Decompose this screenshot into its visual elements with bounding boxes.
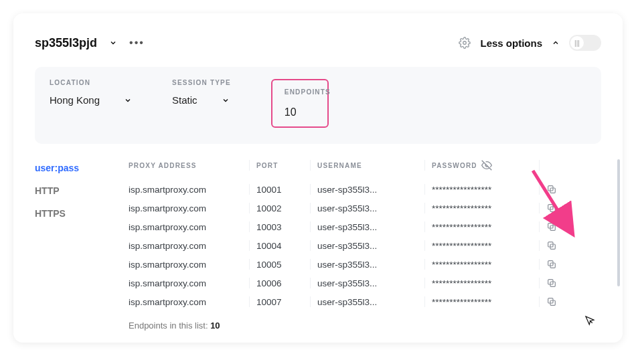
- cell-port: 10007: [256, 297, 310, 307]
- cell-port: 10001: [256, 185, 310, 195]
- col-password: PASSWORD: [432, 160, 539, 171]
- location-select[interactable]: Hong Kong: [50, 94, 132, 106]
- cell-username: user-sp355l3...: [317, 185, 424, 195]
- tab-userpass[interactable]: user:pass: [35, 163, 129, 173]
- toggle-options-label[interactable]: Less options: [480, 37, 542, 49]
- cell-proxy-address: isp.smartproxy.com: [129, 278, 249, 288]
- profile-chevron[interactable]: [109, 39, 117, 47]
- cell-username: user-sp355l3...: [317, 278, 424, 288]
- tab-https[interactable]: HTTPS: [35, 208, 129, 219]
- copy-icon[interactable]: [546, 259, 573, 270]
- cell-password: *****************: [432, 278, 539, 288]
- table-row: isp.smartproxy.com10004user-sp355l3...**…: [129, 236, 601, 255]
- cell-port: 10005: [256, 260, 310, 270]
- table-row: isp.smartproxy.com10002user-sp355l3...**…: [129, 199, 601, 217]
- cell-password: *****************: [432, 203, 539, 213]
- chevron-down-icon: [222, 96, 230, 104]
- cell-username: user-sp355l3...: [317, 222, 424, 232]
- copy-icon[interactable]: [546, 203, 573, 213]
- session-label: SESSION TYPE: [172, 79, 231, 86]
- cell-username: user-sp355l3...: [317, 241, 424, 251]
- toggle-knob: |||: [570, 36, 584, 50]
- toggle-switch[interactable]: |||: [569, 35, 601, 51]
- session-select[interactable]: Static: [172, 94, 231, 106]
- gear-icon[interactable]: [459, 37, 471, 49]
- table-row: isp.smartproxy.com10006user-sp355l3...**…: [129, 274, 601, 292]
- less-options-chevron[interactable]: [552, 39, 560, 47]
- cell-password: *****************: [432, 297, 539, 307]
- endpoints-count-note: Endpoints in this list: 10: [129, 321, 601, 331]
- cell-port: 10002: [256, 203, 310, 213]
- profile-name: sp355l3pjd: [35, 36, 97, 50]
- endpoints-label: ENDPOINTS: [285, 88, 315, 96]
- table-row: isp.smartproxy.com10007user-sp355l3...**…: [129, 292, 601, 311]
- location-label: LOCATION: [50, 79, 132, 86]
- table-row: isp.smartproxy.com10005user-sp355l3...**…: [129, 255, 601, 274]
- cell-username: user-sp355l3...: [317, 297, 424, 307]
- location-value: Hong Kong: [50, 94, 100, 106]
- cell-port: 10004: [256, 241, 310, 251]
- cell-proxy-address: isp.smartproxy.com: [129, 241, 249, 251]
- tab-http[interactable]: HTTP: [35, 185, 129, 196]
- cell-port: 10003: [256, 222, 310, 232]
- cursor-icon: [584, 314, 596, 327]
- cell-password: *****************: [432, 222, 539, 232]
- eye-off-icon[interactable]: [481, 160, 492, 171]
- col-username: USERNAME: [317, 162, 424, 169]
- chevron-down-icon: [124, 96, 132, 104]
- cell-password: *****************: [432, 260, 539, 270]
- more-menu[interactable]: •••: [129, 37, 145, 49]
- filter-bar: LOCATION Hong Kong SESSION TYPE Static E…: [35, 67, 601, 144]
- svg-point-0: [463, 41, 467, 45]
- cell-proxy-address: isp.smartproxy.com: [129, 260, 249, 270]
- table-row: isp.smartproxy.com10001user-sp355l3...**…: [129, 180, 601, 199]
- endpoints-value: 10: [285, 106, 315, 118]
- cell-password: *****************: [432, 241, 539, 251]
- cell-proxy-address: isp.smartproxy.com: [129, 222, 249, 232]
- cell-proxy-address: isp.smartproxy.com: [129, 185, 249, 195]
- cell-port: 10006: [256, 278, 310, 288]
- table-header: PROXY ADDRESS PORT USERNAME PASSWORD: [129, 160, 601, 180]
- copy-icon[interactable]: [546, 278, 573, 288]
- copy-icon[interactable]: [546, 184, 573, 195]
- endpoints-input[interactable]: ENDPOINTS 10: [271, 79, 329, 128]
- cell-username: user-sp355l3...: [317, 260, 424, 270]
- copy-icon[interactable]: [546, 221, 573, 232]
- session-value: Static: [172, 94, 197, 106]
- col-proxy-address: PROXY ADDRESS: [129, 162, 249, 169]
- copy-icon[interactable]: [546, 240, 573, 251]
- copy-icon[interactable]: [546, 296, 573, 307]
- cell-username: user-sp355l3...: [317, 203, 424, 213]
- scrollbar[interactable]: [617, 159, 620, 286]
- cell-password: *****************: [432, 185, 539, 195]
- col-port: PORT: [256, 162, 310, 169]
- cell-proxy-address: isp.smartproxy.com: [129, 203, 249, 213]
- table-row: isp.smartproxy.com10003user-sp355l3...**…: [129, 217, 601, 236]
- cell-proxy-address: isp.smartproxy.com: [129, 297, 249, 307]
